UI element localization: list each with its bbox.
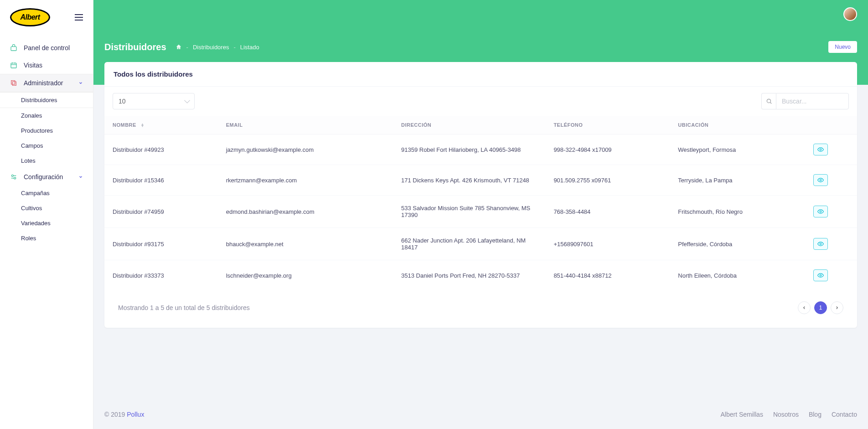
cell-nombre: Distribuidor #74959 xyxy=(104,196,218,228)
sidebar-item-visitas[interactable]: Visitas xyxy=(0,57,93,74)
sidebar-item-roles[interactable]: Roles xyxy=(0,231,93,246)
cell-nombre: Distribuidor #93175 xyxy=(104,228,218,260)
col-telefono[interactable]: Teléfono xyxy=(545,116,670,134)
search-wrap xyxy=(761,93,849,109)
cell-nombre: Distribuidor #15346 xyxy=(104,165,218,196)
sidebar-item-label: Administrador xyxy=(24,79,63,87)
new-button[interactable]: Nuevo xyxy=(828,41,857,53)
view-button[interactable] xyxy=(813,174,828,186)
svg-rect-0 xyxy=(11,47,16,51)
sidebar-item-distribuidores[interactable]: Distribuidores xyxy=(0,92,93,108)
menu-toggle-button[interactable] xyxy=(75,14,83,21)
sidebar-item-configuracion[interactable]: Configuración xyxy=(0,168,93,186)
svg-point-7 xyxy=(11,175,13,176)
cell-email: bhauck@example.net xyxy=(218,228,393,260)
cell-actions xyxy=(805,196,857,228)
col-actions xyxy=(805,116,857,134)
copyright: © 2019 Pollux xyxy=(104,411,144,418)
footer-link-nosotros[interactable]: Nosotros xyxy=(773,411,799,418)
pagination-row: Mostrando 1 a 5 de un total de 5 distrib… xyxy=(104,290,857,328)
page-next-button[interactable] xyxy=(831,301,843,314)
logo[interactable]: Albert xyxy=(10,8,50,26)
admin-submenu: Distribuidores Zonales Productores Campo… xyxy=(0,92,93,168)
view-button[interactable] xyxy=(813,144,828,155)
card-title: Todos los distribuidores xyxy=(104,62,857,87)
sidebar-item-label: Visitas xyxy=(24,62,42,69)
cell-actions xyxy=(805,134,857,165)
cell-ubicacion: Fritschmouth, Río Negro xyxy=(670,196,805,228)
cell-direccion: 91359 Robel Fort Hilarioberg, LA 40965-3… xyxy=(393,134,545,165)
footer-link-blog[interactable]: Blog xyxy=(809,411,822,418)
cell-direccion: 171 Dickens Keys Apt. 426 Krismouth, VT … xyxy=(393,165,545,196)
sidebar-item-lotes[interactable]: Lotes xyxy=(0,153,93,168)
cell-telefono: 851-440-4184 x88712 xyxy=(545,260,670,291)
sidebar-item-label: Panel de control xyxy=(24,44,70,52)
breadcrumb-listado: Listado xyxy=(240,44,259,51)
cell-ubicacion: Westleyport, Formosa xyxy=(670,134,805,165)
page-size-select-wrap xyxy=(113,93,195,109)
sidebar-item-label: Configuración xyxy=(24,173,63,181)
pagination-info: Mostrando 1 a 5 de un total de 5 distrib… xyxy=(118,304,250,311)
svg-point-8 xyxy=(14,177,16,179)
table-row: Distribuidor #93175bhauck@example.net662… xyxy=(104,228,857,260)
breadcrumb: - Distribuidores - Listado xyxy=(176,44,259,51)
sidebar-item-variedades[interactable]: Variedades xyxy=(0,216,93,231)
footer-link-albert[interactable]: Albert Semillas xyxy=(721,411,763,418)
nav: Panel de control Visitas Administrador D… xyxy=(0,35,93,246)
sidebar-item-productores[interactable]: Productores xyxy=(0,123,93,138)
logo-text: Albert xyxy=(20,13,40,21)
view-button[interactable] xyxy=(813,269,828,281)
page-title: Distribuidores xyxy=(104,42,166,52)
chevron-down-icon xyxy=(78,81,83,85)
sidebar-item-dashboard[interactable]: Panel de control xyxy=(0,39,93,57)
col-email[interactable]: Email xyxy=(218,116,393,134)
breadcrumb-distribuidores[interactable]: Distribuidores xyxy=(193,44,229,51)
sidebar-item-administrador[interactable]: Administrador xyxy=(0,74,93,92)
cell-telefono: 768-358-4484 xyxy=(545,196,670,228)
page-size-select[interactable] xyxy=(113,93,195,109)
search-input[interactable] xyxy=(776,93,849,109)
avatar[interactable] xyxy=(843,7,857,21)
table-row: Distribuidor #49923jazmyn.gutkowski@exam… xyxy=(104,134,857,165)
page-1-button[interactable]: 1 xyxy=(814,301,827,314)
config-submenu: Campañas Cultivos Variedades Roles xyxy=(0,186,93,246)
sidebar-item-cultivos[interactable]: Cultivos xyxy=(0,201,93,216)
svg-rect-5 xyxy=(11,81,15,84)
cell-ubicacion: North Eileen, Córdoba xyxy=(670,260,805,291)
view-button[interactable] xyxy=(813,238,828,250)
col-label: Nombre xyxy=(113,122,136,128)
svg-line-12 xyxy=(770,102,771,103)
sidebar-item-campos[interactable]: Campos xyxy=(0,138,93,153)
cell-email: lschneider@example.org xyxy=(218,260,393,291)
svg-point-14 xyxy=(820,179,822,181)
cell-actions xyxy=(805,165,857,196)
toolbar xyxy=(104,87,857,116)
svg-point-17 xyxy=(820,274,822,276)
col-nombre[interactable]: Nombre ▲▼ xyxy=(104,116,218,134)
view-button[interactable] xyxy=(813,206,828,217)
breadcrumb-sep: - xyxy=(233,44,235,51)
sort-icon: ▲▼ xyxy=(140,124,144,127)
cell-direccion: 3513 Daniel Ports Port Fred, NH 28270-53… xyxy=(393,260,545,291)
col-direccion[interactable]: Dirección xyxy=(393,116,545,134)
cell-ubicacion: Pfefferside, Córdoba xyxy=(670,228,805,260)
footer: © 2019 Pollux Albert Semillas Nosotros B… xyxy=(93,400,868,429)
main: Distribuidores - Distribuidores - Listad… xyxy=(93,0,868,429)
cell-telefono: +15689097601 xyxy=(545,228,670,260)
home-icon[interactable] xyxy=(176,44,182,50)
config-icon xyxy=(10,173,17,181)
svg-point-11 xyxy=(767,99,770,103)
cell-ubicacion: Terryside, La Pampa xyxy=(670,165,805,196)
footer-link-contacto[interactable]: Contacto xyxy=(832,411,857,418)
svg-point-13 xyxy=(820,149,822,150)
cell-email: jazmyn.gutkowski@example.com xyxy=(218,134,393,165)
svg-point-15 xyxy=(820,211,822,212)
page-prev-button[interactable] xyxy=(798,301,811,314)
sidebar-header: Albert xyxy=(0,0,93,35)
brand-link[interactable]: Pollux xyxy=(127,411,144,418)
sidebar-item-zonales[interactable]: Zonales xyxy=(0,108,93,123)
svg-rect-1 xyxy=(11,63,16,68)
col-ubicacion[interactable]: Ubicación xyxy=(670,116,805,134)
dashboard-icon xyxy=(10,44,17,52)
sidebar-item-campanas[interactable]: Campañas xyxy=(0,186,93,201)
